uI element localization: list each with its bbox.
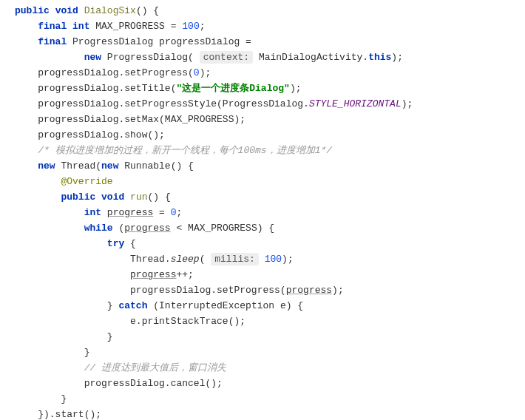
number: 100 bbox=[265, 254, 282, 265]
code-line: progressDialog.setMax(MAX_PROGRESS); bbox=[38, 114, 245, 125]
text: ; bbox=[176, 207, 182, 218]
text: = bbox=[153, 207, 170, 218]
code-line: while (progress < MAX_PROGRESS) { bbox=[84, 223, 274, 234]
text: ( bbox=[188, 52, 200, 63]
text: progressDialog.setProgress( bbox=[130, 285, 286, 296]
text: MainDialogActivity. bbox=[253, 52, 368, 63]
type: ProgressDialog bbox=[72, 36, 159, 47]
keyword: void bbox=[55, 5, 78, 16]
keyword: final bbox=[38, 36, 67, 47]
text: progressDialog.setTitle( bbox=[38, 83, 176, 94]
keyword: new bbox=[101, 160, 118, 172]
text: ); bbox=[402, 98, 413, 109]
text bbox=[259, 254, 265, 265]
text: = bbox=[240, 36, 251, 47]
comment-line: /* 模拟进度增加的过程，新开一个线程，每个100ms，进度增加1*/ bbox=[38, 145, 332, 156]
text: (InterruptedException e) { bbox=[147, 300, 303, 311]
type: ProgressDialog bbox=[107, 52, 188, 63]
text: ); bbox=[391, 52, 403, 63]
identifier: MAX_PROGRESS bbox=[188, 223, 257, 234]
code-line: } bbox=[61, 393, 67, 404]
text: ); bbox=[290, 83, 302, 94]
text: Thread( bbox=[55, 160, 101, 172]
code-line: progressDialog.setProgressStyle(Progress… bbox=[38, 98, 413, 109]
code-line: new Thread(new Runnable() { bbox=[38, 160, 194, 172]
keyword: int bbox=[72, 21, 89, 32]
text: Thread. bbox=[130, 254, 171, 265]
code-line: final ProgressDialog progressDialog = bbox=[38, 36, 251, 47]
text: () { bbox=[147, 192, 170, 203]
keyword: new bbox=[38, 160, 55, 172]
text: ( bbox=[113, 223, 125, 234]
keyword: int bbox=[84, 207, 101, 218]
number: 100 bbox=[182, 21, 199, 32]
comment-line: // 进度达到最大值后，窗口消失 bbox=[84, 362, 226, 373]
keyword: public bbox=[15, 5, 50, 16]
identifier: progress bbox=[107, 207, 153, 218]
text: ( bbox=[200, 254, 211, 265]
code-line: progressDialog.setTitle("这是一个进度条Dialog")… bbox=[38, 83, 301, 94]
code-line: e.printStackTrace(); bbox=[130, 316, 245, 327]
keyword: this bbox=[368, 52, 391, 63]
text: ++; bbox=[176, 269, 193, 280]
keyword: void bbox=[101, 192, 124, 203]
code-line: } bbox=[84, 347, 90, 358]
keyword: new bbox=[84, 52, 101, 63]
keyword: try bbox=[107, 238, 124, 249]
annotation: @Override bbox=[61, 176, 112, 187]
text: progressDialog.setProgress( bbox=[38, 67, 194, 78]
code-line: progressDialog.setProgress(0); bbox=[38, 67, 211, 78]
code-editor[interactable]: public void DialogSix() { final int MAX_… bbox=[0, 0, 525, 420]
number: 0 bbox=[194, 67, 200, 78]
method-name: DialogSix bbox=[84, 5, 136, 16]
code-line: final int MAX_PROGRESS = 100; bbox=[38, 21, 205, 32]
param-hint: context: bbox=[200, 51, 253, 64]
code-line: progressDialog.show(); bbox=[38, 129, 165, 140]
identifier: progress bbox=[124, 223, 170, 234]
identifier: MAX_PROGRESS bbox=[95, 21, 165, 32]
text: ) { bbox=[257, 223, 274, 234]
code-line: progress++; bbox=[130, 269, 194, 280]
code-line: public void run() { bbox=[61, 192, 170, 203]
code-line: Thread.sleep( millis: 100); bbox=[130, 253, 294, 265]
code-line: new ProgressDialog( context: MainDialogA… bbox=[84, 51, 403, 64]
identifier: progress bbox=[286, 285, 332, 296]
code-line: } catch (InterruptedException e) { bbox=[107, 300, 303, 311]
text: { bbox=[124, 238, 136, 249]
code-line: }).start(); bbox=[38, 409, 101, 420]
text: ); bbox=[200, 67, 211, 78]
text: () { bbox=[136, 5, 159, 16]
text: Runnable() { bbox=[118, 160, 193, 172]
constant: STYLE_HORIZONTAL bbox=[309, 98, 402, 109]
code-line: public void DialogSix() { bbox=[15, 5, 159, 16]
code-line: try { bbox=[107, 238, 136, 249]
code-line: progressDialog.setProgress(progress); bbox=[130, 285, 344, 296]
text: ; bbox=[200, 21, 206, 32]
keyword: while bbox=[84, 223, 113, 234]
method-call: sleep bbox=[171, 254, 200, 265]
code-line: int progress = 0; bbox=[84, 207, 183, 218]
text: } bbox=[107, 300, 119, 311]
text: ); bbox=[332, 285, 344, 296]
string-literal: "这是一个进度条Dialog" bbox=[176, 83, 289, 94]
code-line: progressDialog.cancel(); bbox=[84, 378, 223, 389]
text: < bbox=[171, 223, 188, 234]
text: ); bbox=[282, 254, 294, 265]
text: = bbox=[165, 21, 182, 32]
identifier: progressDialog bbox=[159, 36, 240, 47]
text: progressDialog.setProgressStyle(Progress… bbox=[38, 98, 309, 109]
method-name: run bbox=[130, 192, 147, 203]
keyword: final bbox=[38, 21, 67, 32]
keyword: catch bbox=[118, 300, 147, 311]
param-hint: millis: bbox=[211, 253, 259, 265]
keyword: public bbox=[61, 192, 95, 203]
identifier: progress bbox=[130, 269, 176, 280]
code-line: } bbox=[107, 331, 113, 342]
